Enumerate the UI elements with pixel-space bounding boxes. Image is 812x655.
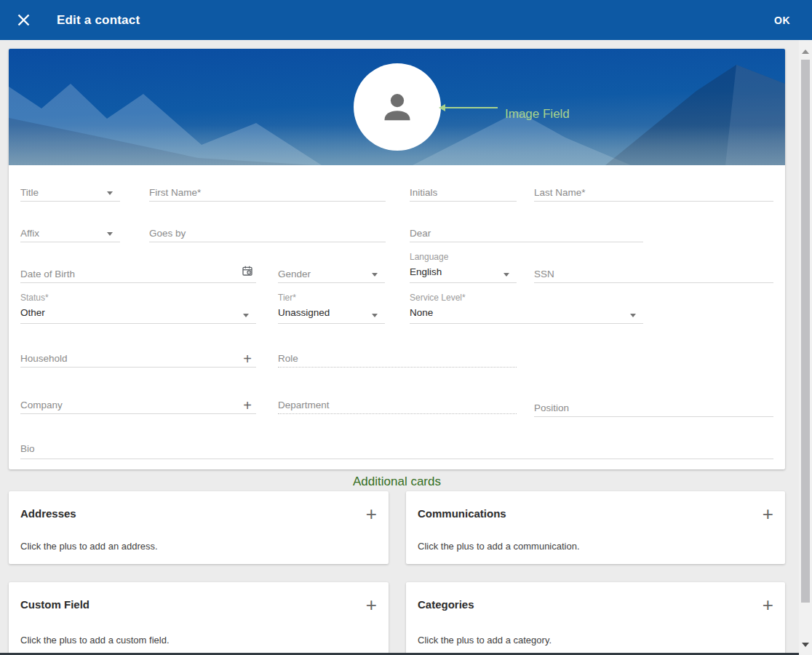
- communications-card-title: Communications: [418, 507, 506, 520]
- dialog-body: Image Field Title First Name* Initials L…: [0, 40, 799, 655]
- bio-input[interactable]: Bio: [20, 442, 773, 459]
- scrollbar-thumb[interactable]: [801, 60, 810, 603]
- add-address-button[interactable]: +: [366, 507, 377, 520]
- field-label: Goes by: [149, 228, 186, 239]
- chevron-down-icon: [243, 314, 249, 317]
- add-category-button[interactable]: +: [763, 598, 773, 611]
- field-label: Dear: [410, 228, 431, 239]
- affix-select[interactable]: Affix: [20, 226, 120, 242]
- company-input[interactable]: Company +: [20, 398, 256, 414]
- categories-card-title: Categories: [418, 598, 474, 611]
- ok-button[interactable]: OK: [774, 15, 790, 26]
- chevron-down-icon: [372, 314, 378, 317]
- custom-field-card: Custom Field + Click the plus to add a c…: [9, 582, 389, 655]
- field-value: Unassigned: [278, 307, 330, 318]
- field-label: Date of Birth: [20, 269, 75, 279]
- language-select[interactable]: Language English: [410, 252, 517, 283]
- contact-form-card: Image Field Title First Name* Initials L…: [9, 49, 785, 469]
- add-custom-field-button[interactable]: +: [366, 598, 377, 611]
- communications-card-hint: Click the plus to add a communication.: [418, 541, 773, 552]
- custom-field-card-title: Custom Field: [20, 598, 89, 611]
- chevron-down-icon: [630, 314, 636, 317]
- field-label: Status*: [20, 293, 49, 303]
- additional-cards-annotation: Additional cards: [9, 475, 785, 489]
- addresses-card-title: Addresses: [20, 507, 76, 520]
- add-household-icon[interactable]: +: [243, 352, 252, 366]
- scroll-up-arrow-icon[interactable]: [802, 49, 809, 54]
- dialog-header: Edit a contact OK: [0, 0, 812, 40]
- ssn-input[interactable]: SSN: [534, 267, 773, 283]
- dear-input[interactable]: Dear: [410, 226, 643, 242]
- role-input[interactable]: Role: [278, 352, 517, 368]
- field-label: Last Name*: [534, 187, 586, 198]
- close-icon[interactable]: [15, 12, 32, 29]
- field-label: Department: [278, 400, 330, 410]
- date-of-birth-input[interactable]: Date of Birth: [20, 267, 256, 283]
- scroll-down-arrow-icon[interactable]: [802, 643, 809, 647]
- add-communication-button[interactable]: +: [763, 507, 773, 520]
- service-level-select[interactable]: Service Level* None: [410, 293, 643, 324]
- department-input[interactable]: Department: [278, 398, 517, 414]
- status-select[interactable]: Status* Other: [20, 293, 256, 324]
- last-name-input[interactable]: Last Name*: [534, 186, 773, 202]
- person-icon: [377, 87, 418, 127]
- dialog-title: Edit a contact: [57, 13, 140, 28]
- field-value: English: [410, 266, 442, 277]
- initials-input[interactable]: Initials: [410, 186, 517, 202]
- gender-select[interactable]: Gender: [278, 267, 385, 283]
- addresses-card: Addresses + Click the plus to add an add…: [9, 491, 389, 564]
- field-label: Initials: [410, 187, 437, 198]
- custom-field-card-hint: Click the plus to add a custom field.: [20, 635, 377, 646]
- calendar-clock-icon[interactable]: [242, 265, 253, 279]
- field-label: Gender: [278, 269, 311, 279]
- add-company-icon[interactable]: +: [243, 398, 252, 413]
- chevron-down-icon: [503, 273, 509, 277]
- field-label: Role: [278, 353, 298, 364]
- image-field-arrow: [445, 107, 498, 108]
- field-label: Household: [20, 353, 68, 364]
- chevron-down-icon: [107, 232, 113, 236]
- communications-card: Communications + Click the plus to add a…: [406, 491, 785, 564]
- field-label: Company: [20, 400, 63, 410]
- chevron-down-icon: [107, 191, 113, 195]
- field-label: Affix: [20, 228, 39, 239]
- title-select[interactable]: Title: [20, 186, 120, 202]
- categories-card-hint: Click the plus to add a category.: [418, 635, 773, 646]
- addresses-card-hint: Click the plus to add an address.: [20, 541, 377, 552]
- tier-select[interactable]: Tier* Unassigned: [278, 293, 385, 324]
- field-label: Language: [410, 252, 448, 262]
- field-value: None: [410, 307, 433, 318]
- vertical-scrollbar[interactable]: [799, 40, 812, 655]
- field-label: Position: [534, 402, 569, 413]
- chevron-down-icon: [372, 273, 378, 277]
- field-label: Tier*: [278, 293, 296, 303]
- field-label: Title: [20, 187, 39, 198]
- field-label: First Name*: [149, 187, 201, 198]
- categories-card: Categories + Click the plus to add a cat…: [406, 582, 785, 655]
- contact-photo-field[interactable]: [354, 63, 441, 151]
- household-input[interactable]: Household +: [20, 352, 256, 368]
- field-value: Other: [20, 307, 45, 318]
- goes-by-input[interactable]: Goes by: [149, 226, 386, 242]
- first-name-input[interactable]: First Name*: [149, 186, 386, 202]
- image-field-annotation: Image Field: [505, 107, 570, 122]
- field-label: SSN: [534, 269, 554, 279]
- position-input[interactable]: Position: [534, 401, 773, 417]
- field-label: Bio: [20, 443, 35, 454]
- field-label: Service Level*: [410, 293, 466, 303]
